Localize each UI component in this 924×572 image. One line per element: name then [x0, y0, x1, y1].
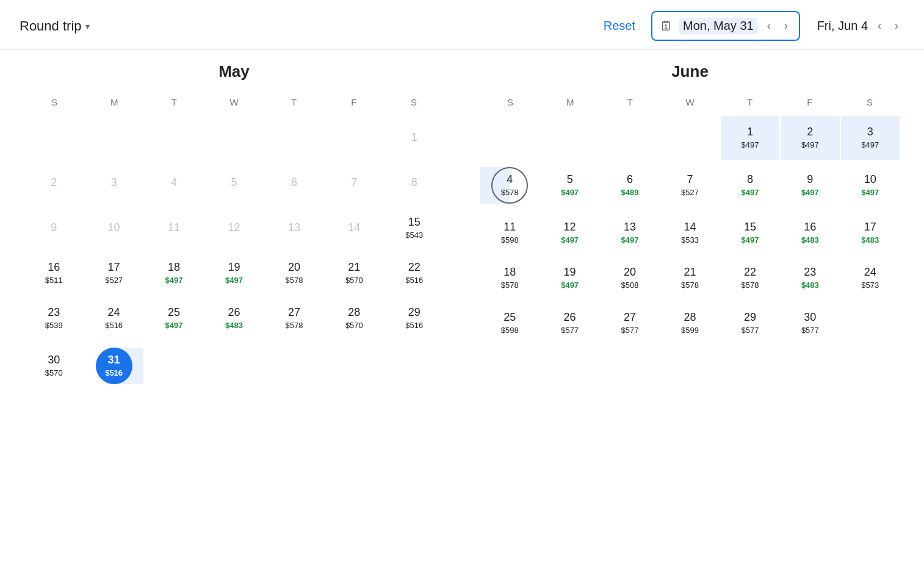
day-cell: 8 [385, 161, 444, 205]
day-cell[interactable]: 9$497 [781, 161, 839, 210]
may-header-t2: T [264, 93, 324, 111]
day-cell[interactable]: 31$516 [84, 341, 143, 390]
day-cell[interactable]: 12$497 [540, 211, 599, 255]
day-cell[interactable]: 29$577 [721, 301, 779, 345]
day-price: $497 [861, 140, 879, 150]
day-price: $533 [681, 235, 699, 245]
day-price: $497 [741, 188, 759, 198]
day-cell[interactable]: 21$570 [325, 251, 383, 295]
day-cell[interactable]: 17$527 [84, 251, 143, 295]
return-date-selector[interactable]: Fri, Jun 4 ‹ › [810, 12, 909, 40]
day-cell[interactable]: 2$497 [781, 116, 839, 160]
day-cell[interactable]: 18$497 [145, 251, 203, 295]
reset-button[interactable]: Reset [597, 15, 641, 37]
day-cell[interactable]: 6$489 [601, 161, 659, 210]
day-cell[interactable]: 26$577 [540, 301, 599, 345]
day-cell[interactable]: 13$497 [601, 211, 659, 255]
day-cell[interactable]: 25$598 [480, 301, 539, 345]
day-cell[interactable]: 30$577 [781, 301, 839, 345]
day-price: $497 [561, 188, 579, 198]
day-number: 19 [228, 261, 240, 274]
day-cell[interactable]: 15$497 [721, 211, 779, 255]
day-cell[interactable]: 17$483 [841, 211, 900, 255]
day-cell[interactable]: 20$578 [265, 251, 323, 295]
day-number: 27 [624, 311, 636, 324]
day-price: $483 [225, 321, 243, 331]
calendar-icon: 🗓 [660, 18, 673, 34]
day-number: 1 [411, 131, 417, 145]
day-price: $497 [741, 235, 759, 245]
day-cell[interactable]: 15$543 [385, 206, 444, 250]
return-prev-button[interactable]: ‹ [874, 17, 885, 35]
day-cell[interactable]: 16$483 [781, 211, 839, 255]
day-cell[interactable]: 3$497 [841, 116, 900, 160]
june-header-s1: S [480, 93, 540, 111]
day-cell[interactable]: 7$527 [660, 161, 719, 210]
day-cell[interactable]: 19$497 [204, 251, 263, 295]
day-number: 29 [744, 311, 756, 324]
day-cell [145, 341, 203, 390]
day-cell[interactable]: 1$497 [721, 116, 779, 160]
day-number: 8 [747, 173, 753, 187]
day-cell[interactable]: 27$577 [601, 301, 659, 345]
day-price: $570 [345, 276, 363, 285]
day-number: 24 [864, 266, 876, 279]
day-cell[interactable]: 30$570 [24, 341, 83, 390]
day-price: $578 [501, 188, 519, 198]
day-cell: 11 [145, 206, 203, 250]
day-price: $516 [405, 321, 423, 331]
day-cell[interactable]: 19$497 [540, 256, 599, 300]
day-number: 15 [408, 216, 420, 229]
day-number: 27 [288, 306, 300, 320]
june-header-w: W [660, 93, 720, 111]
day-cell[interactable]: 24$573 [841, 256, 900, 300]
day-cell[interactable]: 24$516 [84, 296, 143, 340]
day-number: 17 [108, 261, 120, 274]
round-trip-dropdown[interactable]: Round trip ▾ [15, 15, 95, 38]
day-cell[interactable]: 26$483 [204, 296, 263, 340]
header: Round trip ▾ Reset 🗓 Mon, May 31 ‹ › Fri… [0, 0, 924, 50]
day-cell[interactable]: 22$516 [385, 251, 444, 295]
day-cell [325, 116, 383, 160]
day-price: $599 [681, 326, 699, 335]
day-cell: 3 [84, 161, 143, 205]
departure-prev-button[interactable]: ‹ [763, 17, 774, 35]
day-cell [145, 116, 203, 160]
day-price: $573 [861, 281, 879, 290]
day-cell[interactable]: 22$578 [721, 256, 779, 300]
departure-next-button[interactable]: › [781, 17, 792, 35]
day-number: 16 [48, 261, 60, 274]
day-cell [841, 301, 900, 345]
day-cell: 10 [84, 206, 143, 250]
day-cell: 1 [385, 116, 444, 160]
day-cell[interactable]: 11$598 [480, 211, 539, 255]
day-cell[interactable]: 10$497 [841, 161, 900, 210]
day-cell[interactable]: 21$578 [660, 256, 719, 300]
day-number: 6 [627, 173, 633, 187]
day-cell[interactable]: 25$497 [145, 296, 203, 340]
day-cell[interactable]: 28$570 [325, 296, 383, 340]
return-next-button[interactable]: › [891, 17, 902, 35]
may-title: May [24, 62, 444, 81]
day-price: $511 [45, 276, 63, 285]
day-price: $497 [561, 235, 579, 245]
day-number: 14 [684, 221, 696, 234]
departure-date-selector[interactable]: 🗓 Mon, May 31 ‹ › [651, 11, 800, 41]
day-cell[interactable]: 16$511 [24, 251, 83, 295]
day-cell [265, 116, 323, 160]
day-cell[interactable]: 14$533 [660, 211, 719, 255]
day-cell[interactable]: 4$578 [480, 161, 539, 210]
day-cell[interactable]: 20$508 [601, 256, 659, 300]
day-cell[interactable]: 27$578 [265, 296, 323, 340]
day-cell[interactable]: 23$539 [24, 296, 83, 340]
day-price: $516 [105, 321, 123, 331]
day-cell[interactable]: 8$497 [721, 161, 779, 210]
day-cell[interactable]: 5$497 [540, 161, 599, 210]
day-number: 26 [228, 306, 240, 320]
day-number: 20 [624, 266, 636, 279]
day-cell[interactable]: 28$599 [660, 301, 719, 345]
day-cell[interactable]: 18$578 [480, 256, 539, 300]
june-day-grid: 1$4972$4973$4974$5785$4976$4897$5278$497… [480, 116, 900, 345]
day-cell[interactable]: 29$516 [385, 296, 444, 340]
day-cell[interactable]: 23$483 [781, 256, 839, 300]
